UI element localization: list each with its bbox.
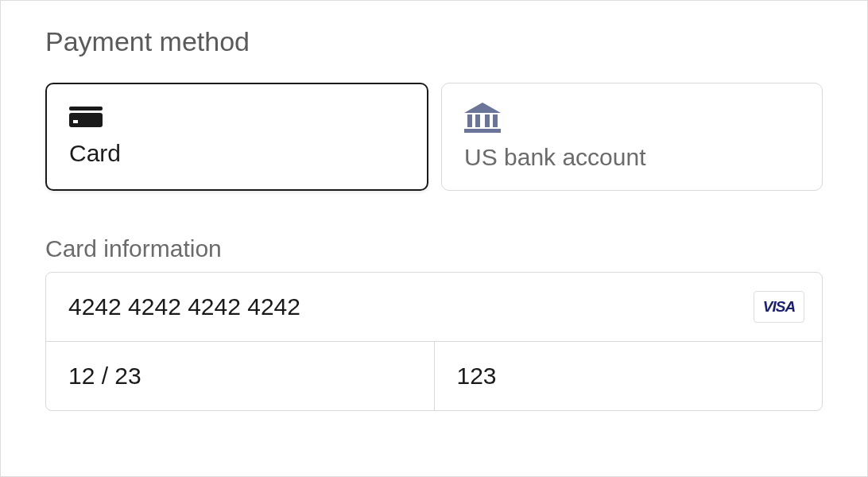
card-info-label: Card information xyxy=(45,235,823,262)
payment-method-card[interactable]: Card xyxy=(45,83,428,191)
card-fields-group: VISA xyxy=(45,272,823,411)
card-icon xyxy=(69,103,405,129)
svg-rect-6 xyxy=(485,114,490,127)
card-brand-badge: VISA xyxy=(754,291,804,323)
payment-method-options: Card US bank account xyxy=(45,83,823,191)
card-cvc-input[interactable] xyxy=(434,342,823,410)
svg-rect-7 xyxy=(493,114,498,127)
bank-icon xyxy=(464,103,800,133)
svg-marker-3 xyxy=(464,103,501,113)
card-expiry-input[interactable] xyxy=(46,342,434,410)
svg-rect-2 xyxy=(73,120,78,123)
payment-method-bank[interactable]: US bank account xyxy=(441,83,823,191)
svg-rect-4 xyxy=(467,114,472,127)
svg-rect-5 xyxy=(475,114,480,127)
method-card-label: Card xyxy=(69,140,405,167)
method-bank-label: US bank account xyxy=(464,144,800,171)
svg-rect-8 xyxy=(464,129,501,133)
card-number-input[interactable] xyxy=(46,273,822,341)
svg-rect-0 xyxy=(69,107,103,111)
payment-method-title: Payment method xyxy=(45,26,823,57)
visa-icon: VISA xyxy=(763,298,795,316)
